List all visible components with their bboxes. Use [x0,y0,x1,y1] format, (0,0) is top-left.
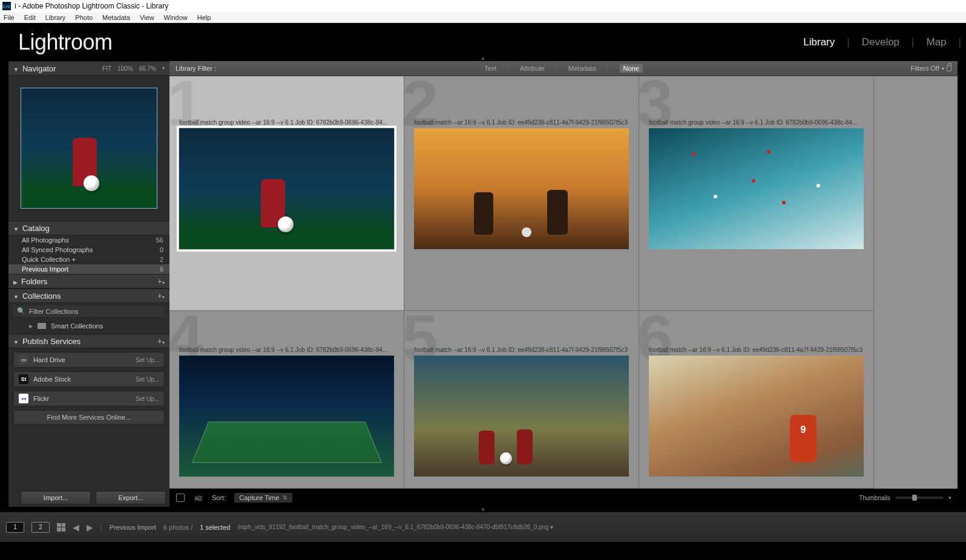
disclosure-triangle-icon: ▼ [13,339,19,345]
right-gutter [958,489,966,507]
zoom-100[interactable]: 100% [117,65,133,72]
slider-knob[interactable] [912,495,917,501]
catalog-quick-collection[interactable]: Quick Collection + 2 [8,255,169,264]
add-publish-icon[interactable]: +▾ [157,336,165,346]
module-develop[interactable]: Develop [862,36,899,48]
publish-service-label: Hard Drive [33,356,65,363]
module-separator: | [912,36,914,48]
breadcrumb[interactable]: Previous Import [110,524,156,531]
catalog-item-label: All Synced Photographs [22,246,93,253]
menu-help[interactable]: Help [197,14,211,21]
catalog-header[interactable]: ▼Catalog [8,221,169,235]
cell-thumbnail[interactable] [649,128,864,249]
status-selected: 1 selected [200,524,230,531]
menu-photo[interactable]: Photo [75,14,93,21]
grid-cell-5[interactable]: 5 football match --ar 16:9 --v 6.1 Job I… [404,311,639,489]
menu-file[interactable]: File [4,14,15,21]
cell-thumbnail[interactable] [649,356,864,477]
filters-off-dropdown[interactable]: Filters Off ▾ [911,65,951,72]
publish-header[interactable]: ▼Publish Services +▾ [8,334,169,348]
smart-collections-label: Smart Collections [51,322,103,330]
thumbnail-size-slider[interactable] [895,497,944,499]
cell-thumbnail[interactable] [179,356,394,477]
catalog-previous-import[interactable]: Previous Import 6 [8,264,169,274]
main-window-badge[interactable]: 1 [6,522,24,533]
grid-cell-4[interactable]: 4 football match group video --ar 16:9 -… [169,311,404,489]
cell-thumbnail[interactable] [414,128,629,249]
catalog-item-count: 2 [160,256,163,263]
module-picker: Lightroom ▲ Library | Develop | Map | [0,23,966,61]
right-panel-collapsed[interactable] [958,61,966,489]
chevron-down-icon: ▾ [942,66,944,71]
folders-title: Folders [21,277,47,286]
status-filepath[interactable]: /raph_vids_91192_football_match_group_vi… [237,524,553,530]
folders-header[interactable]: ▶Folders +▾ [8,274,169,288]
filter-text[interactable]: Text [484,65,496,72]
collapse-top-panel-icon[interactable]: ▲ [481,55,486,61]
sort-direction-icon[interactable]: a|z [194,493,203,503]
module-map[interactable]: Map [927,36,947,48]
smart-collection-icon [38,323,46,329]
menu-edit[interactable]: Edit [24,14,36,21]
navigator-header[interactable]: ▼Navigator FIT 100% 66.7% ▾ [8,61,169,76]
grid-cell-2[interactable]: 2 football match --ar 16:9 --v 6.1 Job I… [404,76,639,311]
zoom-custom[interactable]: 66.7% [139,65,156,72]
publish-setup-link[interactable]: Set Up... [136,357,159,363]
catalog-all-photographs[interactable]: All Photographs 56 [8,235,169,245]
find-more-services-button[interactable]: Find More Services Online... [13,410,165,425]
disclosure-triangle-icon: ▼ [13,67,19,73]
add-folder-icon[interactable]: +▾ [157,276,165,286]
smart-collections-row[interactable]: ▶ Smart Collections [13,321,165,331]
cell-caption: football match --ar 16:9 --v 6.1 Job ID:… [414,347,629,353]
status-counts-prefix: 6 photos / [163,524,192,531]
lock-icon[interactable] [947,65,951,71]
grid-view: Library Filter : Text | Attribute | Meta… [169,61,958,489]
nav-back-icon[interactable]: ◀ [73,523,79,532]
disclosure-triangle-icon: ▼ [13,294,19,300]
module-library[interactable]: Library [803,36,835,48]
flickr-icon [19,394,28,403]
publish-flickr[interactable]: Flickr Set Up... [13,391,165,406]
nav-forward-icon[interactable]: ▶ [87,523,93,532]
grid-cell-6[interactable]: 6 football match --ar 16:9 --v 6.1 Job I… [639,311,874,489]
add-collection-icon[interactable]: +▾ [157,291,165,301]
zoom-fit[interactable]: FIT [102,65,111,72]
collections-header[interactable]: ▼Collections +▾ [8,288,169,303]
grid-cell-1[interactable]: 1 football match group video --ar 16:9 -… [169,76,404,311]
publish-setup-link[interactable]: Set Up... [136,376,159,383]
publish-setup-link[interactable]: Set Up... [136,396,159,402]
left-panel: ▼Navigator FIT 100% 66.7% ▾ ▼Catalog All… [0,61,169,489]
filter-none[interactable]: None [620,64,643,73]
grid-view-icon[interactable] [57,523,65,532]
export-button[interactable]: Export... [96,491,166,504]
second-window-badge[interactable]: 2 [31,522,50,533]
thumbnails-label: Thumbnails [859,495,890,501]
zoom-dropdown-icon[interactable]: ▾ [162,65,165,72]
menu-library[interactable]: Library [45,14,66,21]
publish-adobe-stock[interactable]: StAdobe Stock Set Up... [13,371,165,387]
collapse-filmstrip-icon[interactable]: ▼ [0,507,966,512]
menu-view[interactable]: View [140,14,154,21]
menu-metadata[interactable]: Metadata [102,14,130,21]
toolbar-menu-icon[interactable]: ▾ [948,495,951,501]
catalog-all-synced[interactable]: All Synced Photographs 0 [8,245,169,255]
bottom-toolbar-row: Import... Export... a|z Sort: Capture Ti… [0,489,966,507]
publish-hard-drive[interactable]: ▭Hard Drive Set Up... [13,352,165,368]
collections-body: 🔍 Filter Collections ▶ Smart Collections [8,303,169,334]
menu-window[interactable]: Window [164,14,188,21]
grid-cell-3[interactable]: 3 football match group video --ar 16:9 -… [639,76,874,311]
navigator-preview[interactable] [8,76,169,221]
chevron-updown-icon: ⇅ [283,495,288,501]
catalog-list: All Photographs 56 All Synced Photograph… [8,235,169,274]
cell-thumbnail[interactable] [414,356,629,477]
painter-spray-icon[interactable] [176,493,185,503]
filter-attribute[interactable]: Attribute [520,65,545,72]
sort-dropdown[interactable]: Capture Time ⇅ [234,493,292,503]
filter-metadata[interactable]: Metadata [568,65,596,72]
import-button[interactable]: Import... [21,491,91,504]
filter-collections-input[interactable]: 🔍 Filter Collections [13,305,165,317]
cell-thumbnail[interactable] [179,128,394,249]
publish-service-label: Flickr [33,395,49,402]
status-bar: 1 2 ◀ ▶ | Previous Import 6 photos / 1 s… [0,512,966,542]
filter-collections-placeholder: Filter Collections [29,308,78,315]
